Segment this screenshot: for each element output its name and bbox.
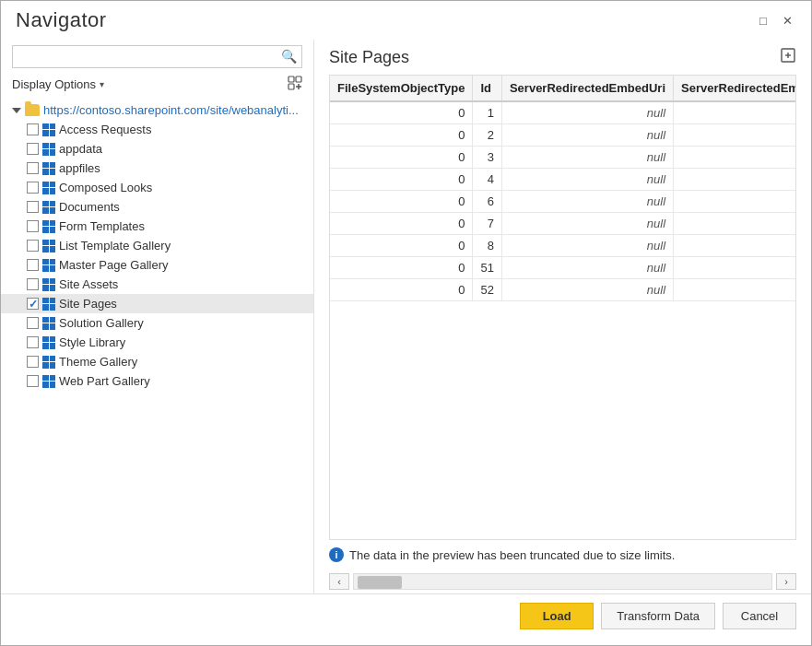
table-row: 06null (330, 191, 796, 213)
tree-item-checkbox[interactable] (27, 182, 39, 194)
cell-embed (674, 169, 796, 191)
cell-id: 1 (473, 101, 501, 124)
tree-item-checkbox[interactable] (27, 123, 39, 135)
tree-item-checkbox[interactable] (27, 201, 39, 213)
window-title: Navigator (16, 8, 107, 32)
list-icon (42, 356, 55, 369)
cell-id: 4 (473, 169, 501, 191)
cell-type: 0 (330, 257, 473, 279)
list-icon (42, 240, 55, 253)
tree-item[interactable]: appdata (1, 139, 313, 159)
list-icon (42, 298, 55, 311)
left-panel: 🔍 Display Options ▾ (1, 40, 314, 593)
tree-item[interactable]: Web Part Gallery (1, 371, 313, 391)
cell-embed (674, 191, 796, 213)
tree-item[interactable]: Composed Looks (1, 178, 313, 197)
tree-item[interactable]: Form Templates (1, 217, 313, 236)
tree-item-label: Master Page Gallery (59, 258, 169, 272)
tree-item[interactable]: Access Requests (1, 120, 313, 139)
cell-type: 0 (330, 124, 473, 147)
cell-type: 0 (330, 279, 473, 301)
list-icon (42, 201, 55, 214)
tree-item-label: Site Pages (59, 297, 117, 311)
list-icon (42, 143, 55, 156)
tree-item[interactable]: List Template Gallery (1, 236, 313, 255)
col-header-id: Id (473, 76, 501, 101)
tree-item-checkbox[interactable] (27, 336, 39, 348)
tree-item-checkbox[interactable]: ✓ (27, 298, 39, 310)
load-button[interactable]: Load (520, 603, 594, 629)
scroll-track[interactable] (353, 573, 772, 590)
cell-uri: null (501, 279, 673, 301)
tree-item-checkbox[interactable] (27, 162, 39, 174)
tree-container: https://contoso.sharepoint.com/site/weba… (1, 97, 313, 593)
tree-item[interactable]: Style Library (1, 333, 313, 352)
tree-item-label: List Template Gallery (59, 239, 171, 253)
tree-item-label: Documents (59, 200, 120, 214)
export-button[interactable] (780, 47, 796, 67)
col-header-serverredirectedembed: ServerRedirectedEmbed (674, 76, 796, 101)
cell-embed (674, 101, 796, 124)
tree-item[interactable]: ✓Site Pages (1, 294, 313, 313)
list-icon (42, 278, 55, 291)
tree-item-label: Access Requests (59, 123, 151, 136)
right-panel-header: Site Pages (329, 47, 796, 67)
display-options-row: Display Options ▾ (1, 72, 313, 97)
table-row: 01null (330, 101, 796, 124)
list-icon (42, 162, 55, 175)
tree-item[interactable]: Master Page Gallery (1, 255, 313, 275)
tree-item[interactable]: Site Assets (1, 275, 313, 294)
cell-id: 2 (473, 124, 501, 147)
tree-item-checkbox[interactable] (27, 317, 39, 329)
scroll-left-button[interactable]: ‹ (329, 573, 349, 590)
tree-item-label: Site Assets (59, 277, 118, 291)
table-row: 051null (330, 257, 796, 279)
truncated-notice: i The data in the preview has been trunc… (329, 540, 796, 570)
tree-item-checkbox[interactable] (27, 143, 39, 155)
cell-uri: null (501, 147, 673, 169)
root-label: https://contoso.sharepoint.com/site/weba… (43, 103, 299, 117)
data-table: FileSystemObjectType Id ServerRedirected… (330, 76, 796, 301)
right-panel-title: Site Pages (329, 48, 409, 67)
tree-item[interactable]: appfiles (1, 159, 313, 178)
add-datasource-button[interactable] (288, 76, 302, 93)
cell-type: 0 (330, 235, 473, 257)
horizontal-scrollbar: ‹ › (329, 570, 796, 593)
tree-item-checkbox[interactable] (27, 278, 39, 290)
scroll-right-button[interactable]: › (776, 573, 796, 590)
minimize-button[interactable]: □ (754, 11, 772, 29)
tree-root-item[interactable]: https://contoso.sharepoint.com/site/weba… (1, 100, 313, 120)
search-container: 🔍 (1, 40, 313, 72)
list-icon (42, 182, 55, 194)
tree-item-label: Composed Looks (59, 181, 152, 194)
display-options-label: Display Options (12, 77, 96, 91)
tree-item-label: Form Templates (59, 219, 145, 233)
scroll-thumb[interactable] (358, 576, 402, 589)
tree-item[interactable]: Documents (1, 197, 313, 217)
cell-type: 0 (330, 213, 473, 235)
transform-data-button[interactable]: Transform Data (601, 603, 715, 629)
tree-item-checkbox[interactable] (27, 240, 39, 252)
tree-item[interactable]: Theme Gallery (1, 352, 313, 371)
table-row: 052null (330, 279, 796, 301)
col-header-serverredirectedembeduri: ServerRedirectedEmbedUri (501, 76, 673, 101)
cell-uri: null (501, 191, 673, 213)
close-button[interactable]: ✕ (778, 11, 796, 29)
chevron-down-icon: ▾ (100, 79, 104, 89)
tree-item-checkbox[interactable] (27, 375, 39, 387)
cell-embed (674, 235, 796, 257)
cancel-button[interactable]: Cancel (723, 603, 796, 629)
main-layout: 🔍 Display Options ▾ (1, 40, 811, 593)
cell-type: 0 (330, 101, 473, 124)
display-options-button[interactable]: Display Options ▾ (12, 77, 104, 91)
tree-item-checkbox[interactable] (27, 220, 39, 232)
tree-item[interactable]: Solution Gallery (1, 313, 313, 333)
cell-uri: null (501, 124, 673, 147)
tree-item-checkbox[interactable] (27, 259, 39, 271)
search-icon[interactable]: 🔍 (281, 49, 297, 64)
search-input[interactable] (12, 45, 302, 68)
cell-id: 3 (473, 147, 501, 169)
list-icon (42, 317, 55, 330)
tree-item-label: Solution Gallery (59, 316, 144, 330)
tree-item-checkbox[interactable] (27, 356, 39, 368)
